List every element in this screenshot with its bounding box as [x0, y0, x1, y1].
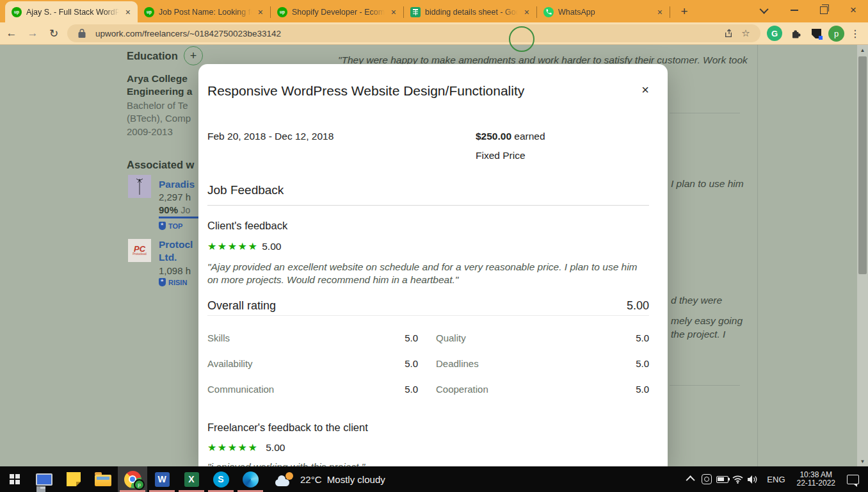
- restore-window-icon[interactable]: [809, 0, 839, 20]
- taskbar-skype-button[interactable]: S: [206, 466, 236, 492]
- tab-whatsapp[interactable]: WhatsApp ×: [537, 1, 670, 22]
- associated-clients-title: Associated w: [127, 159, 194, 171]
- tab-shopify-developer[interactable]: up Shopify Developer - Ecomme ×: [271, 1, 403, 22]
- overall-rating-label: Overall rating: [207, 299, 276, 313]
- back-icon[interactable]: ←: [2, 24, 21, 42]
- tray-expand-icon[interactable]: [684, 466, 699, 492]
- clock-date: 22-11-2022: [797, 479, 836, 488]
- tab-job-post[interactable]: up Job Post Name: Looking for a ×: [138, 1, 270, 22]
- upwork-favicon-icon: up: [277, 7, 287, 17]
- client-link-paradise[interactable]: Paradis: [159, 179, 195, 190]
- tab-close-icon[interactable]: ×: [256, 7, 265, 17]
- education-degree: (BTech), Comp: [127, 113, 191, 124]
- taskbar-word-button[interactable]: W: [147, 466, 177, 492]
- client-link-protocloud[interactable]: Ltd.: [159, 252, 177, 263]
- tab-ajay-profile[interactable]: up Ajay S. - Full Stack WordPress ×: [5, 1, 138, 22]
- tab-close-icon[interactable]: ×: [389, 7, 398, 17]
- tab-label: Shopify Developer - Ecomme: [292, 8, 385, 17]
- rating-row-cooperation: Cooperation5.0: [436, 383, 649, 395]
- tab-separator: [670, 6, 670, 18]
- url-text[interactable]: upwork.com/freelancers/~01842750023be331…: [95, 29, 721, 38]
- client-hours: 2,297 h: [159, 192, 191, 202]
- client-link-protocloud[interactable]: Protocl: [159, 239, 193, 250]
- wifi-icon[interactable]: [730, 466, 745, 492]
- taskbar-excel-button[interactable]: X: [177, 466, 206, 492]
- profile-avatar[interactable]: p: [828, 26, 844, 42]
- job-success-bar: [159, 217, 198, 218]
- ratings-grid: Skills5.0 Quality5.0 Availability5.0 Dea…: [207, 332, 649, 395]
- new-tab-button[interactable]: +: [675, 3, 693, 20]
- job-price-type: Fixed Price: [476, 150, 649, 161]
- screenshot-extension-icon[interactable]: [812, 29, 821, 38]
- job-earnings: $250.00 earned Fixed Price: [476, 131, 649, 161]
- grammarly-extension-icon[interactable]: G: [767, 26, 782, 41]
- speaker-icon[interactable]: [745, 466, 760, 492]
- education-degree: Bachelor of Te: [127, 100, 188, 111]
- browser-tab-strip: up Ajay S. - Full Stack WordPress × up J…: [0, 0, 868, 22]
- add-education-button[interactable]: +: [184, 46, 203, 65]
- rating-row-quality: Quality5.0: [436, 332, 649, 343]
- lock-icon: [74, 25, 90, 42]
- divider: [207, 205, 649, 206]
- background-review-fragment: I plan to use him: [671, 178, 744, 190]
- page-scrollbar[interactable]: ▲ ▼: [857, 45, 868, 466]
- tab-close-icon[interactable]: ×: [522, 7, 531, 17]
- rating-row-skills: Skills5.0: [207, 332, 418, 343]
- taskbar-edge-button[interactable]: [236, 466, 265, 492]
- notification-center-icon[interactable]: [847, 475, 859, 484]
- windows-logo-icon: [10, 474, 20, 484]
- client-rating-row: ★★★★★ 5.00: [207, 240, 649, 252]
- taskbar-clock[interactable]: 10:38 AM 22-11-2022: [792, 471, 841, 488]
- minimize-window-icon[interactable]: [780, 0, 809, 20]
- language-indicator[interactable]: ENG: [760, 475, 791, 484]
- start-button[interactable]: [0, 466, 29, 492]
- taskbar-file-explorer-button[interactable]: [88, 466, 118, 492]
- tab-close-icon[interactable]: ×: [124, 7, 133, 17]
- close-window-icon[interactable]: ×: [839, 0, 868, 20]
- shield-icon: [159, 222, 166, 230]
- client-feedback-quote: "Ajay provided an excellent website on s…: [207, 261, 649, 286]
- rising-talent-badge: RISIN: [159, 278, 187, 286]
- forward-icon[interactable]: →: [23, 24, 42, 42]
- background-divider: [670, 113, 740, 113]
- rating-row-communication: Communication5.0: [207, 383, 418, 395]
- client-hours: 1,098 h: [159, 265, 191, 276]
- shield-icon: [159, 278, 166, 286]
- modal-close-icon[interactable]: ×: [641, 83, 649, 96]
- tab-label: WhatsApp: [558, 8, 651, 17]
- upwork-favicon-icon: up: [12, 7, 22, 17]
- tab-label: Job Post Name: Looking for a: [159, 8, 252, 17]
- taskbar-chrome-button[interactable]: p: [118, 466, 147, 492]
- meet-now-icon[interactable]: [699, 466, 714, 492]
- battery-icon[interactable]: [714, 466, 730, 492]
- background-divider: [670, 385, 740, 386]
- tab-bidding-sheet[interactable]: bidding details sheet - Goog ×: [404, 1, 536, 22]
- bookmark-star-icon[interactable]: ☆: [737, 25, 754, 42]
- extensions-puzzle-icon[interactable]: [787, 25, 804, 42]
- scroll-up-icon[interactable]: ▲: [857, 45, 868, 55]
- avatar-ring-fragment: [509, 26, 534, 52]
- scrollbar-thumb[interactable]: [858, 56, 867, 274]
- computer-icon: [36, 473, 52, 486]
- tab-close-icon[interactable]: ×: [655, 7, 664, 17]
- freelancer-feedback-quote: "i enjoyed working with this project.": [207, 461, 649, 466]
- scroll-down-icon[interactable]: ▼: [857, 456, 868, 466]
- background-review-fragment: mely easy going: [671, 315, 743, 327]
- divider: [207, 315, 649, 316]
- screen: up Ajay S. - Full Stack WordPress × up J…: [0, 0, 868, 492]
- tab-search-icon[interactable]: [750, 0, 780, 20]
- star-rating-icon: ★★★★★: [207, 240, 258, 252]
- whatsapp-favicon-icon: [543, 7, 554, 17]
- edge-icon: [243, 472, 259, 488]
- reload-icon[interactable]: ↻: [44, 24, 63, 42]
- weather-widget[interactable]: 22°C Mostly cloudy: [275, 472, 385, 486]
- upwork-favicon-icon: up: [144, 7, 154, 17]
- window-controls: ×: [750, 0, 868, 20]
- address-bar[interactable]: upwork.com/freelancers/~01842750023be331…: [67, 24, 760, 42]
- background-review-fragment: the project. I: [671, 329, 725, 340]
- taskbar-sticky-notes-button[interactable]: [59, 466, 88, 492]
- share-icon[interactable]: [721, 25, 737, 42]
- taskbar-computer-button[interactable]: [29, 466, 59, 492]
- chrome-profile-badge: p: [134, 479, 145, 490]
- browser-menu-icon[interactable]: ⋮: [850, 28, 860, 40]
